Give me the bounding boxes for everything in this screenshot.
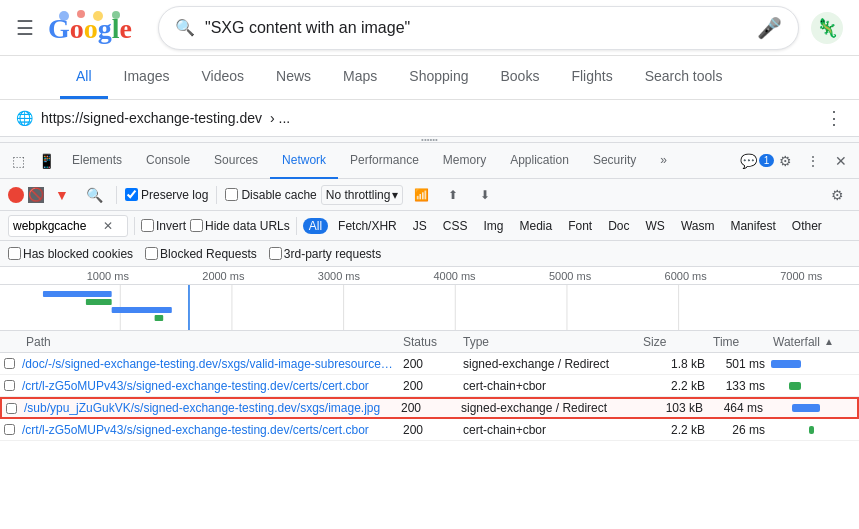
preserve-log-checkbox[interactable]: Preserve log xyxy=(125,188,208,202)
url-path: › ... xyxy=(270,110,290,126)
row-size: 1.8 kB xyxy=(639,357,709,371)
tl-label-4: 4000 ms xyxy=(397,270,513,282)
close-devtools-icon[interactable]: ✕ xyxy=(827,147,855,175)
microphone-icon[interactable]: 🎤 xyxy=(757,16,782,40)
filter-btn-other[interactable]: Other xyxy=(786,218,828,234)
th-waterfall[interactable]: Waterfall ▲ xyxy=(769,335,859,349)
nav-tab-news[interactable]: News xyxy=(260,56,327,99)
filter-btn-ws[interactable]: WS xyxy=(640,218,671,234)
avatar[interactable]: 🦎 xyxy=(811,12,843,44)
devtools-tab-network[interactable]: Network xyxy=(270,143,338,179)
tl-label-6: 6000 ms xyxy=(628,270,744,282)
devtools-tab-more[interactable]: » xyxy=(648,143,679,179)
devtools-tab-application[interactable]: Application xyxy=(498,143,581,179)
throttling-label: No throttling xyxy=(326,188,391,202)
row-type: signed-exchange / Redirect xyxy=(457,401,637,415)
filter-btn-js[interactable]: JS xyxy=(407,218,433,234)
timeline-labels: 1000 ms 2000 ms 3000 ms 4000 ms 5000 ms … xyxy=(0,267,859,285)
google-top-bar: ☰ Google 🔍 🎤 🦎 xyxy=(0,0,859,56)
filter-clear-icon[interactable]: ✕ xyxy=(103,219,113,233)
th-type[interactable]: Type xyxy=(459,335,639,349)
hamburger-menu-icon[interactable]: ☰ xyxy=(16,16,34,40)
record-button[interactable] xyxy=(8,187,24,203)
more-devtools-icon[interactable]: ⋮ xyxy=(799,147,827,175)
row-size: 2.2 kB xyxy=(639,423,709,437)
row-path: /crt/l-zG5oMUPv43/s/signed-exchange-test… xyxy=(18,379,399,393)
filter-btn-doc[interactable]: Doc xyxy=(602,218,635,234)
row-type: signed-exchange / Redirect xyxy=(459,357,639,371)
hide-data-urls-checkbox[interactable]: Hide data URLs xyxy=(190,219,290,233)
devtools-tab-security[interactable]: Security xyxy=(581,143,648,179)
svg-rect-12 xyxy=(86,299,112,305)
devtools-tab-memory[interactable]: Memory xyxy=(431,143,498,179)
tl-label-5: 5000 ms xyxy=(512,270,628,282)
third-party-requests-checkbox[interactable]: 3rd-party requests xyxy=(269,247,381,261)
blocked-row: Has blocked cookies Blocked Requests 3rd… xyxy=(0,241,859,267)
google-logo: Google xyxy=(46,6,146,50)
timeline: 1000 ms 2000 ms 3000 ms 4000 ms 5000 ms … xyxy=(0,267,859,331)
network-toolbar: 🚫 ▼ 🔍 Preserve log Disable cache No thro… xyxy=(0,179,859,211)
nav-tab-all[interactable]: All xyxy=(60,56,108,99)
nav-tab-books[interactable]: Books xyxy=(484,56,555,99)
filter-btn-fetch-xhr[interactable]: Fetch/XHR xyxy=(332,218,403,234)
disable-cache-checkbox[interactable]: Disable cache xyxy=(225,188,316,202)
row-status: 200 xyxy=(399,423,459,437)
devtools-tab-console[interactable]: Console xyxy=(134,143,202,179)
timeline-chart xyxy=(0,285,859,330)
th-time[interactable]: Time xyxy=(709,335,769,349)
blocked-requests-checkbox[interactable]: Blocked Requests xyxy=(145,247,257,261)
comment-icon[interactable]: 💬1 xyxy=(743,147,771,175)
row-checkbox[interactable] xyxy=(0,424,18,435)
has-blocked-cookies-checkbox[interactable]: Has blocked cookies xyxy=(8,247,133,261)
inspect-element-icon[interactable]: ⬚ xyxy=(4,147,32,175)
devtools-tab-elements[interactable]: Elements xyxy=(60,143,134,179)
filter-btn-wasm[interactable]: Wasm xyxy=(675,218,721,234)
th-path[interactable]: Path xyxy=(18,335,399,349)
filter-input[interactable] xyxy=(13,219,103,233)
nav-tab-images[interactable]: Images xyxy=(108,56,186,99)
row-status: 200 xyxy=(399,379,459,393)
row-type: cert-chain+cbor xyxy=(459,423,639,437)
network-settings-icon[interactable]: ⚙ xyxy=(823,181,851,209)
row-checkbox[interactable] xyxy=(0,358,18,369)
filter-btn-img[interactable]: Img xyxy=(477,218,509,234)
wifi-icon[interactable]: 📶 xyxy=(407,181,435,209)
filter-btn-media[interactable]: Media xyxy=(513,218,558,234)
row-checkbox[interactable] xyxy=(0,380,18,391)
svg-point-2 xyxy=(77,10,85,18)
clear-button[interactable]: 🚫 xyxy=(28,187,44,203)
search-input[interactable] xyxy=(205,19,757,37)
more-options-icon[interactable]: ⋮ xyxy=(825,107,843,129)
search-network-icon[interactable]: 🔍 xyxy=(80,181,108,209)
search-bar[interactable]: 🔍 🎤 xyxy=(158,6,799,50)
devtools-tab-sources[interactable]: Sources xyxy=(202,143,270,179)
filter-btn-manifest[interactable]: Manifest xyxy=(724,218,781,234)
device-toolbar-icon[interactable]: 📱 xyxy=(32,147,60,175)
tl-label-7: 7000 ms xyxy=(743,270,859,282)
table-row[interactable]: /crt/l-zG5oMUPv43/s/signed-exchange-test… xyxy=(0,375,859,397)
th-status[interactable]: Status xyxy=(399,335,459,349)
filter-btn-font[interactable]: Font xyxy=(562,218,598,234)
nav-tab-videos[interactable]: Videos xyxy=(185,56,260,99)
row-checkbox[interactable] xyxy=(2,403,20,414)
row-waterfall xyxy=(769,375,859,396)
search-icon: 🔍 xyxy=(175,18,195,37)
nav-tab-search-tools[interactable]: Search tools xyxy=(629,56,739,99)
filter-btn-all[interactable]: All xyxy=(303,218,328,234)
th-size[interactable]: Size xyxy=(639,335,709,349)
settings-icon[interactable]: ⚙ xyxy=(771,147,799,175)
table-row[interactable]: /doc/-/s/signed-exchange-testing.dev/sxg… xyxy=(0,353,859,375)
throttling-dropdown[interactable]: No throttling ▾ xyxy=(321,185,404,205)
nav-tab-maps[interactable]: Maps xyxy=(327,56,393,99)
export-icon[interactable]: ⬇ xyxy=(471,181,499,209)
devtools-tab-performance[interactable]: Performance xyxy=(338,143,431,179)
filter-btn-css[interactable]: CSS xyxy=(437,218,474,234)
table-row[interactable]: /crt/l-zG5oMUPv43/s/signed-exchange-test… xyxy=(0,419,859,441)
globe-icon: 🌐 xyxy=(16,110,33,126)
nav-tab-flights[interactable]: Flights xyxy=(555,56,628,99)
invert-checkbox[interactable]: Invert xyxy=(141,219,186,233)
nav-tab-shopping[interactable]: Shopping xyxy=(393,56,484,99)
filter-icon[interactable]: ▼ xyxy=(48,181,76,209)
import-icon[interactable]: ⬆ xyxy=(439,181,467,209)
table-row[interactable]: /sub/ypu_jZuGukVK/s/signed-exchange-test… xyxy=(0,397,859,419)
